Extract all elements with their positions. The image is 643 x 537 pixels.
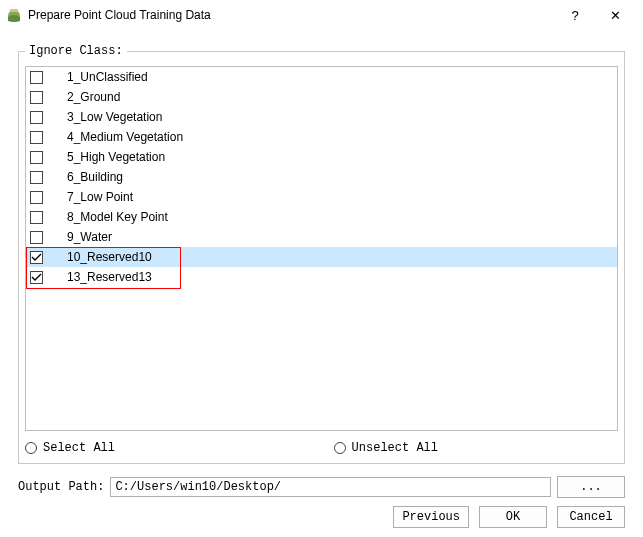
list-item[interactable]: 7_Low Point [26,187,617,207]
checkbox-icon[interactable] [30,151,43,164]
dialog-button-row: Previous OK Cancel [18,506,625,528]
cancel-button[interactable]: Cancel [557,506,625,528]
checkbox-icon[interactable] [30,211,43,224]
list-item[interactable]: 4_Medium Vegetation [26,127,617,147]
close-button[interactable]: ✕ [595,1,635,29]
unselect-all-label: Unselect All [352,441,438,455]
app-icon [6,7,22,23]
list-item-label: 6_Building [67,170,123,184]
list-item-label: 13_Reserved13 [67,270,152,284]
checkbox-icon[interactable] [30,191,43,204]
ignore-class-group: Ignore Class: 1_UnClassified2_Ground3_Lo… [18,44,625,464]
list-item-label: 8_Model Key Point [67,210,168,224]
checkbox-icon[interactable] [30,111,43,124]
list-item[interactable]: 13_Reserved13 [26,267,617,287]
list-item[interactable]: 6_Building [26,167,617,187]
checkbox-icon[interactable] [30,131,43,144]
output-path-label: Output Path: [18,480,104,494]
window-title: Prepare Point Cloud Training Data [28,8,555,22]
previous-button[interactable]: Previous [393,506,469,528]
checkbox-icon[interactable] [30,251,43,264]
list-item[interactable]: 9_Water [26,227,617,247]
browse-button[interactable]: ... [557,476,625,498]
select-radio-row: Select All Unselect All [25,437,618,459]
list-item[interactable]: 5_High Vegetation [26,147,617,167]
select-all-radio[interactable]: Select All [25,441,115,455]
list-item-label: 9_Water [67,230,112,244]
radio-dot-icon [334,442,346,454]
title-bar: Prepare Point Cloud Training Data ? ✕ [0,0,643,30]
list-item-label: 10_Reserved10 [67,250,152,264]
checkbox-icon[interactable] [30,271,43,284]
list-item[interactable]: 8_Model Key Point [26,207,617,227]
list-item-label: 2_Ground [67,90,120,104]
output-path-input[interactable]: C:/Users/win10/Desktop/ [110,477,551,497]
list-item[interactable]: 1_UnClassified [26,67,617,87]
list-item[interactable]: 3_Low Vegetation [26,107,617,127]
list-item-label: 5_High Vegetation [67,150,165,164]
checkbox-icon[interactable] [30,71,43,84]
list-item-label: 3_Low Vegetation [67,110,162,124]
checkbox-icon[interactable] [30,171,43,184]
svg-rect-1 [10,9,18,12]
ok-button[interactable]: OK [479,506,547,528]
list-item-label: 4_Medium Vegetation [67,130,183,144]
class-list: 1_UnClassified2_Ground3_Low Vegetation4_… [25,66,618,431]
client-area: Ignore Class: 1_UnClassified2_Ground3_Lo… [0,30,643,537]
list-item-label: 7_Low Point [67,190,133,204]
list-item-label: 1_UnClassified [67,70,148,84]
output-path-value: C:/Users/win10/Desktop/ [115,480,281,494]
list-item[interactable]: 10_Reserved10 [26,247,617,267]
select-all-label: Select All [43,441,115,455]
radio-dot-icon [25,442,37,454]
list-item[interactable]: 2_Ground [26,87,617,107]
output-path-row: Output Path: C:/Users/win10/Desktop/ ... [18,476,625,498]
unselect-all-radio[interactable]: Unselect All [334,441,438,455]
checkbox-icon[interactable] [30,231,43,244]
ignore-class-legend: Ignore Class: [25,44,127,58]
dialog-window: Prepare Point Cloud Training Data ? ✕ Ig… [0,0,643,537]
checkbox-icon[interactable] [30,91,43,104]
help-button[interactable]: ? [555,1,595,29]
